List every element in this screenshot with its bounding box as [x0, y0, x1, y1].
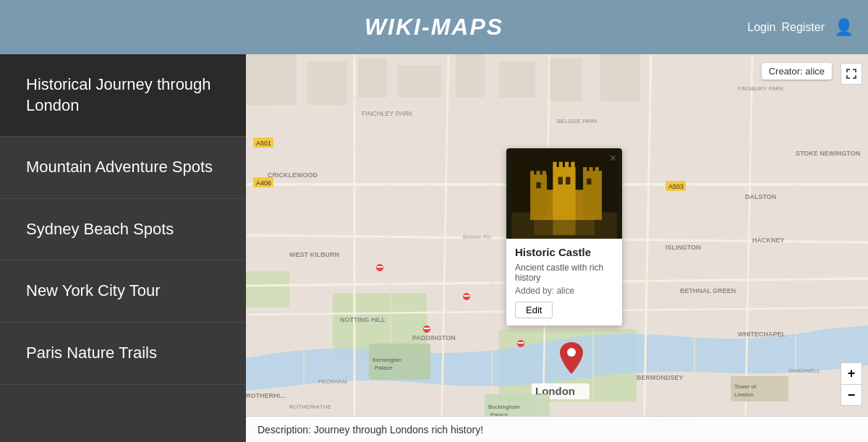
svg-text:STOKE NEWINGTON: STOKE NEWINGTON	[796, 150, 860, 157]
map-popup: ×	[506, 148, 622, 326]
svg-text:ROTHERHI...: ROTHERHI...	[246, 392, 286, 399]
svg-text:FINCHLEY PARK: FINCHLEY PARK	[362, 110, 413, 117]
svg-text:A501: A501	[256, 140, 271, 147]
svg-rect-106	[553, 162, 556, 169]
sidebar-item-historical-london[interactable]: Historical Journey through London	[0, 54, 246, 137]
zoom-controls: + −	[841, 362, 862, 406]
svg-text:DALSTON: DALSTON	[745, 193, 776, 200]
svg-text:BELSIZE PARK: BELSIZE PARK	[557, 118, 598, 124]
svg-rect-68	[377, 266, 383, 268]
svg-rect-24	[246, 54, 297, 105]
svg-rect-26	[358, 58, 387, 98]
svg-text:CRICKLEWOOD: CRICKLEWOOD	[268, 171, 318, 179]
popup-content: Historic Castle Ancient castle with rich…	[506, 239, 622, 326]
svg-text:Belsize Rd: Belsize Rd	[463, 234, 490, 240]
svg-rect-103	[583, 167, 587, 173]
sidebar-item-paris-nature[interactable]: Paris Nature Trails	[0, 323, 246, 385]
register-link[interactable]: Register	[781, 21, 825, 34]
sidebar-item-mountain-adventure[interactable]: Mountain Adventure Spots	[0, 137, 246, 199]
svg-rect-112	[558, 177, 563, 184]
svg-text:A406: A406	[256, 179, 271, 187]
svg-rect-102	[542, 171, 546, 177]
svg-rect-109	[571, 162, 574, 169]
svg-rect-105	[595, 167, 599, 173]
svg-text:SHADWELL: SHADWELL	[788, 367, 821, 374]
svg-text:BERMONDSEY: BERMONDSEY	[637, 374, 684, 381]
svg-text:NOTTING HILL: NOTTING HILL	[340, 316, 386, 323]
zoom-in-button[interactable]: +	[841, 362, 862, 384]
svg-rect-91	[846, 75, 848, 79]
user-icon[interactable]: 👤	[834, 18, 854, 37]
svg-rect-93	[855, 75, 856, 79]
svg-rect-76	[424, 328, 430, 329]
popup-description: Ancient castle with rich history	[515, 263, 613, 283]
svg-text:BETHNAL GREEN: BETHNAL GREEN	[680, 287, 736, 294]
sidebar-item-new-york-tour[interactable]: New York City Tour	[0, 260, 246, 323]
map-container[interactable]: CRICKLEWOOD FINCHLEY PARK FINSBURY PARK …	[246, 54, 868, 442]
svg-rect-99	[553, 167, 575, 220]
svg-rect-29	[499, 61, 535, 98]
svg-rect-25	[307, 61, 347, 105]
svg-rect-100	[530, 171, 534, 177]
svg-text:ISLINGTON: ISLINGTON	[665, 244, 701, 251]
map-background: CRICKLEWOOD FINCHLEY PARK FINSBURY PARK …	[246, 54, 868, 442]
svg-text:Palace: Palace	[375, 365, 393, 371]
svg-text:PADDINGTON: PADDINGTON	[412, 334, 456, 341]
svg-text:Kensington: Kensington	[373, 357, 401, 363]
map-description-bar: Description: Journey through Londons ric…	[246, 416, 868, 442]
svg-text:HACKNEY: HACKNEY	[752, 237, 785, 244]
svg-rect-87	[846, 69, 848, 72]
fullscreen-button[interactable]	[841, 63, 862, 85]
app-header: WIKI-MAPS Login Register 👤	[0, 0, 868, 54]
svg-rect-101	[536, 171, 540, 177]
sidebar-item-sydney-beach[interactable]: Sydney Beach Spots	[0, 199, 246, 261]
popup-image	[506, 148, 622, 239]
popup-added-by: Added by: alice	[515, 286, 613, 296]
svg-rect-115	[534, 216, 594, 235]
svg-rect-113	[566, 177, 570, 184]
svg-point-85	[567, 348, 576, 357]
svg-rect-31	[600, 54, 640, 101]
svg-rect-98	[583, 171, 602, 220]
svg-text:ROTHERHITHE: ROTHERHITHE	[289, 404, 331, 410]
svg-rect-104	[589, 167, 592, 173]
svg-rect-107	[559, 162, 563, 169]
svg-text:London: London	[734, 391, 754, 398]
svg-rect-27	[398, 65, 441, 98]
app-logo: WIKI-MAPS	[365, 14, 503, 41]
svg-text:WEST KILBURN: WEST KILBURN	[289, 251, 339, 258]
svg-rect-111	[587, 179, 591, 184]
creator-badge: Creator: alice	[762, 63, 832, 80]
auth-links: Login Register	[747, 21, 825, 34]
popup-edit-button[interactable]: Edit	[515, 302, 553, 318]
svg-text:Buckingham: Buckingham	[488, 404, 520, 410]
svg-rect-3	[246, 271, 289, 307]
svg-text:Tower of: Tower of	[734, 383, 757, 390]
sidebar: Historical Journey through London Mounta…	[0, 54, 246, 442]
popup-close-button[interactable]: ×	[610, 153, 616, 164]
svg-text:PECKHAM: PECKHAM	[318, 378, 347, 385]
svg-text:FINSBURY PARK: FINSBURY PARK	[738, 85, 784, 92]
login-link[interactable]: Login	[747, 21, 775, 34]
svg-rect-70	[464, 295, 469, 297]
svg-rect-97	[530, 174, 547, 220]
svg-rect-108	[565, 162, 569, 169]
svg-rect-28	[456, 54, 485, 98]
svg-rect-110	[536, 182, 540, 188]
svg-text:A503: A503	[668, 183, 684, 190]
main-content: Historical Journey through London Mounta…	[0, 54, 868, 442]
svg-rect-89	[855, 69, 856, 72]
description-text: Description: Journey through Londons ric…	[258, 424, 483, 435]
svg-rect-30	[550, 58, 582, 101]
popup-title: Historic Castle	[515, 246, 613, 258]
svg-text:WHITECHAPEL: WHITECHAPEL	[738, 331, 786, 338]
svg-rect-78	[518, 342, 524, 344]
zoom-out-button[interactable]: −	[841, 384, 862, 406]
